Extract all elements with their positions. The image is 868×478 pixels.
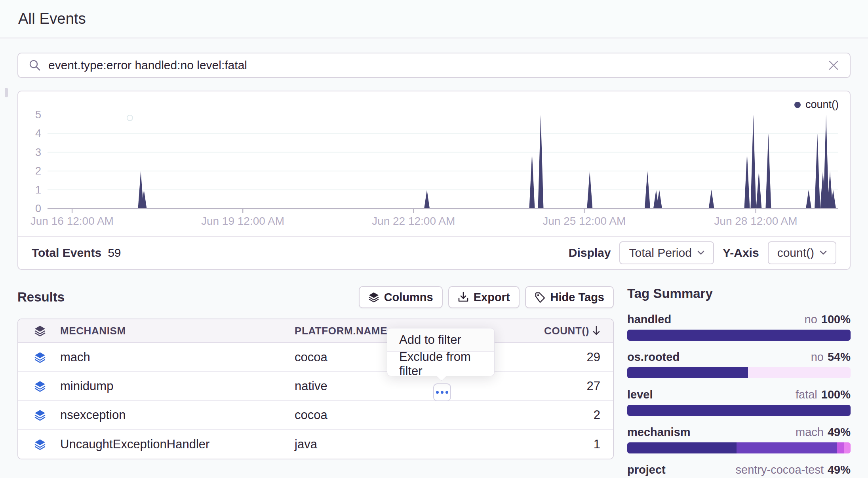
tag-bar-segment[interactable]: [737, 442, 837, 453]
sort-desc-arrow-icon: [592, 326, 600, 336]
table-row[interactable]: machcocoa29: [18, 343, 613, 372]
layers-icon: [34, 438, 46, 450]
tag-distribution-bar[interactable]: [627, 330, 851, 341]
layers-icon: [34, 380, 46, 392]
x-axis-tick-label: Jun 28 12:00 AM: [714, 215, 797, 228]
tag-icon: [535, 292, 546, 303]
results-table: MECHANISM PLATFORM.NAME COUNT() machcoco…: [17, 319, 614, 459]
legend-series-dot: [794, 102, 801, 108]
tag-top-percent: 49%: [828, 426, 851, 439]
column-header-mechanism[interactable]: MECHANISM: [60, 325, 295, 337]
chart-legend[interactable]: count(): [794, 99, 839, 111]
display-label: Display: [569, 246, 611, 260]
events-spike-chart[interactable]: [48, 115, 838, 214]
tag-bar-segment[interactable]: [627, 330, 851, 341]
tag-top-value: no: [805, 313, 817, 326]
chevron-down-icon: [697, 250, 704, 255]
search-icon: [29, 59, 41, 72]
x-axis-tick-label: Jun 19 12:00 AM: [201, 215, 284, 228]
yaxis-select[interactable]: count(): [768, 241, 836, 264]
table-row[interactable]: nsexceptioncocoa2: [18, 401, 613, 430]
tag-top-value: no: [811, 351, 824, 364]
tag-distribution-bar[interactable]: [627, 442, 851, 453]
tag-name: handled: [627, 313, 671, 326]
tag-name: project: [627, 463, 666, 476]
column-header-count[interactable]: COUNT(): [544, 325, 600, 337]
tag-summary-item: projectsentry-cocoa-test49%: [627, 463, 851, 478]
tag-summary-panel: Tag Summary handledno100%os.rootedno54%l…: [627, 286, 851, 478]
cell-count[interactable]: 2: [594, 408, 600, 422]
tag-name: mechanism: [627, 426, 691, 439]
tag-bar-segment[interactable]: [844, 442, 851, 453]
tag-summary-item: mechanismmach49%: [627, 426, 851, 453]
tag-top-percent: 100%: [821, 313, 851, 326]
tag-summary-title: Tag Summary: [627, 286, 851, 301]
tag-bar-segment[interactable]: [837, 442, 844, 453]
page-header: All Events: [0, 0, 868, 38]
tag-summary-item: levelfatal100%: [627, 388, 851, 416]
export-button[interactable]: Export: [448, 286, 520, 308]
chart-y-axis-labels: 012345: [18, 115, 41, 209]
tag-top-value: fatal: [796, 388, 817, 401]
main-content: event.type:error handled:no level:fatal …: [0, 38, 868, 478]
cell-mechanism[interactable]: UncaughtExceptionHandler: [60, 437, 295, 451]
search-input[interactable]: event.type:error handled:no level:fatal: [17, 53, 851, 78]
clear-search-icon[interactable]: [828, 59, 839, 71]
layers-icon: [368, 292, 379, 303]
yaxis-label: Y-Axis: [723, 246, 759, 260]
page-title: All Events: [18, 10, 86, 27]
y-axis-tick-label: 3: [18, 147, 41, 158]
cell-actions-button[interactable]: [433, 383, 451, 401]
chart-footer: Total Events 59 Display Total Period Y-A…: [18, 236, 850, 269]
total-events-label: Total Events: [32, 246, 101, 260]
cell-mechanism[interactable]: minidump: [60, 379, 295, 393]
y-axis-tick-label: 2: [18, 165, 41, 176]
table-body: machcocoa29minidumpnative27nsexceptionco…: [18, 343, 613, 459]
results-title: Results: [17, 290, 65, 305]
tag-summary-item: handledno100%: [627, 313, 851, 341]
columns-button[interactable]: Columns: [359, 286, 443, 308]
tag-distribution-bar[interactable]: [627, 367, 851, 378]
tag-bar-segment[interactable]: [627, 442, 737, 453]
tag-name: os.rooted: [627, 351, 680, 364]
x-axis-tick-label: Jun 16 12:00 AM: [30, 215, 114, 228]
hide-tags-button[interactable]: Hide Tags: [525, 286, 614, 308]
yaxis-select-value: count(): [777, 246, 814, 260]
tag-top-value: sentry-cocoa-test: [736, 463, 824, 476]
total-events-value: 59: [108, 246, 121, 260]
search-query-text: event.type:error handled:no level:fatal: [48, 59, 820, 72]
cell-mechanism[interactable]: nsexception: [60, 408, 295, 422]
results-toolbar: ColumnsExportHide Tags: [359, 286, 614, 308]
tag-distribution-bar[interactable]: [627, 405, 851, 416]
tag-bar-segment[interactable]: [627, 367, 748, 378]
results-column: Results ColumnsExportHide Tags MECHANISM: [17, 286, 614, 478]
cell-count[interactable]: 29: [587, 350, 600, 364]
y-axis-tick-label: 4: [18, 128, 41, 139]
cell-platform[interactable]: cocoa: [295, 408, 594, 422]
sidebar-drag-handle: [5, 88, 8, 97]
download-icon: [458, 292, 469, 303]
cell-count[interactable]: 1: [594, 437, 600, 451]
total-events: Total Events 59: [32, 246, 121, 260]
cell-action-menu: Add to filter Exclude from filter: [387, 328, 495, 376]
layers-icon: [34, 409, 46, 421]
tag-top-percent: 54%: [828, 351, 851, 364]
y-axis-tick-label: 1: [18, 184, 41, 195]
menu-item-add-to-filter[interactable]: Add to filter: [387, 328, 494, 352]
tag-summary-item: os.rootedno54%: [627, 351, 851, 378]
cell-count[interactable]: 27: [587, 379, 600, 393]
display-select-value: Total Period: [629, 246, 691, 260]
display-select[interactable]: Total Period: [619, 241, 714, 264]
cell-mechanism[interactable]: mach: [60, 350, 295, 364]
tag-bar-segment[interactable]: [627, 405, 851, 416]
table-row[interactable]: minidumpnative27: [18, 372, 613, 401]
table-row[interactable]: UncaughtExceptionHandlerjava1: [18, 430, 613, 459]
chart-plot-area[interactable]: [48, 115, 838, 214]
tag-top-percent: 100%: [821, 388, 851, 401]
cell-platform[interactable]: java: [295, 437, 594, 451]
y-axis-tick-label: 5: [18, 109, 41, 120]
tag-top-percent: 49%: [828, 463, 851, 476]
table-header-row: MECHANISM PLATFORM.NAME COUNT(): [18, 319, 613, 343]
tag-list: handledno100%os.rootedno54%levelfatal100…: [627, 313, 851, 478]
tag-name: level: [627, 388, 653, 401]
